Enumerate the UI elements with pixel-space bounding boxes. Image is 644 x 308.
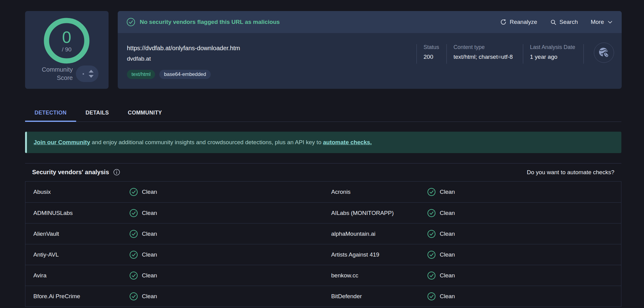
vendor-result: Clean <box>142 272 157 279</box>
tab-community[interactable]: COMMUNITY <box>118 105 172 122</box>
security-vendors-table: Abusix Clean Acronis Clean ADMINUSLabs C… <box>25 181 621 307</box>
detection-score-ring: 0 / 90 <box>44 18 90 64</box>
clean-check-icon <box>129 250 138 259</box>
vendor-name: Artists Against 419 <box>323 251 427 258</box>
divider <box>583 44 584 64</box>
meta-info: Status 200 Content type text/html; chars… <box>416 44 584 64</box>
tag-list: text/html base64-embedded <box>127 70 211 79</box>
vendors-section-header: Security vendors' analysis Do you want t… <box>25 163 621 181</box>
vendor-result: Clean <box>440 210 455 216</box>
vendor-name: BitDefender <box>323 293 427 300</box>
join-community-link[interactable]: Join our Community <box>34 139 90 145</box>
table-row: Avira Clean benkow.cc Clean <box>25 265 621 286</box>
vendor-result: Clean <box>440 272 455 279</box>
clean-check-icon <box>427 188 436 196</box>
join-community-banner: Join our Community and enjoy additional … <box>25 132 621 153</box>
table-row: Abusix Clean Acronis Clean <box>25 182 621 202</box>
detection-count: 0 <box>62 29 71 45</box>
clean-check-icon <box>427 250 436 259</box>
meta-content-type: Content type text/html; charset=utf-8 <box>447 44 523 64</box>
vendor-result: Clean <box>142 251 157 258</box>
meta-status: Status 200 <box>417 44 446 64</box>
clean-check-icon <box>427 271 436 280</box>
chevron-down-icon <box>607 19 613 25</box>
vendor-name: ADMINUSLabs <box>25 210 129 216</box>
table-row: Antiy-AVL Clean Artists Against 419 Clea… <box>25 244 621 265</box>
meta-last-analysis-date: Last Analysis Date 1 year ago <box>523 44 583 64</box>
automate-checks-link[interactable]: automate checks. <box>323 139 372 145</box>
vendor-name: alphaMountain.ai <box>323 231 427 237</box>
vendor-result: Clean <box>440 251 455 258</box>
verdict-text: No security vendors flagged this URL as … <box>140 19 280 25</box>
section-title-text: Security vendors' analysis <box>32 169 109 176</box>
virustotal-url-report: { "score_card": { "score": "0", "denomin… <box>0 0 644 308</box>
detection-total: / 90 <box>62 46 72 53</box>
table-row: AlienVault Clean alphaMountain.ai Clean <box>25 223 621 244</box>
globe-link-icon <box>597 46 611 59</box>
report-summary-panel: No security vendors flagged this URL as … <box>118 11 622 89</box>
clean-check-icon <box>129 209 138 217</box>
info-icon[interactable] <box>113 169 120 176</box>
clean-check-icon <box>129 230 138 238</box>
clean-check-icon <box>427 209 436 217</box>
verdict-strip: No security vendors flagged this URL as … <box>118 11 622 33</box>
vendor-result: Clean <box>142 189 157 195</box>
vote-down-icon[interactable] <box>89 75 94 78</box>
vendor-result: Clean <box>440 293 455 300</box>
banner-accent-bar <box>25 132 27 153</box>
community-vote-widget[interactable] <box>76 66 98 82</box>
vendor-name: Avira <box>25 272 129 279</box>
vendor-name: Antiy-AVL <box>25 251 129 258</box>
vendor-name: benkow.cc <box>323 272 427 279</box>
tag-base64-embedded[interactable]: base64-embedded <box>159 70 211 79</box>
tag-content-type[interactable]: text/html <box>127 70 155 79</box>
vendor-name: AILabs (MONITORAPP) <box>323 210 427 216</box>
reanalyze-button[interactable]: Reanalyze <box>500 19 537 25</box>
clean-check-icon <box>129 188 138 196</box>
tab-detection[interactable]: DETECTION <box>25 105 76 122</box>
clean-check-icon <box>427 230 436 238</box>
clean-check-icon <box>427 292 436 301</box>
vendor-result: Clean <box>142 231 157 237</box>
banner-body-text: and enjoy additional community insights … <box>90 139 323 145</box>
vendor-name: Abusix <box>25 189 129 195</box>
check-circle-icon <box>126 17 135 27</box>
vote-up-icon[interactable] <box>89 70 94 73</box>
analyzed-url[interactable]: https://dvdfab.at/onlyfans-downloader.ht… <box>127 45 240 52</box>
more-menu-button[interactable]: More <box>591 19 613 25</box>
vendor-result: Clean <box>440 231 455 237</box>
analyzed-domain[interactable]: dvdfab.at <box>127 55 151 62</box>
report-tabs: DETECTION DETAILS COMMUNITY <box>25 105 172 122</box>
vendor-name: AlienVault <box>25 231 129 237</box>
tab-details[interactable]: DETAILS <box>76 105 118 122</box>
vote-count-dot <box>83 73 84 75</box>
clean-check-icon <box>129 292 138 301</box>
automate-checks-question-link[interactable]: Do you want to automate checks? <box>527 169 614 176</box>
community-score-label: Community Score <box>42 66 73 82</box>
refresh-icon <box>500 19 507 25</box>
table-row: Bfore.Ai PreCrime Clean BitDefender Clea… <box>25 286 621 306</box>
clean-check-icon <box>129 271 138 280</box>
table-row: ADMINUSLabs Clean AILabs (MONITORAPP) Cl… <box>25 202 621 223</box>
vendor-name: Bfore.Ai PreCrime <box>25 293 129 300</box>
vendor-result: Clean <box>440 189 455 195</box>
vendor-result: Clean <box>142 210 157 216</box>
community-score-card: 0 / 90 Community Score <box>25 11 109 89</box>
vendor-result: Clean <box>142 293 157 300</box>
search-icon <box>550 19 557 25</box>
website-preview-button[interactable] <box>594 43 614 63</box>
vendor-name: Acronis <box>323 189 427 195</box>
search-button[interactable]: Search <box>550 19 578 25</box>
